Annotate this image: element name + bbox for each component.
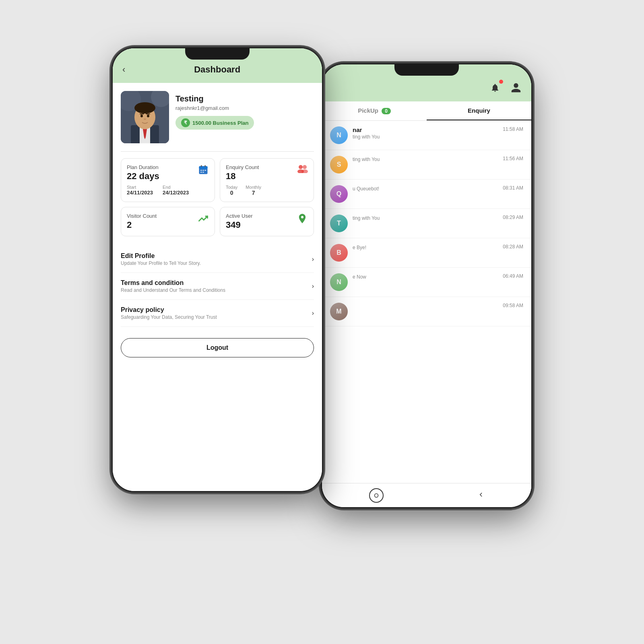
back-button[interactable]: ‹	[122, 64, 125, 75]
home-nav-button[interactable]	[369, 488, 384, 503]
visitor-count-card: Visitor Count 2	[121, 207, 215, 236]
enquiry-count-value: 18	[226, 171, 259, 182]
start-date-item: Start 24/11/2023	[127, 185, 153, 196]
stats-grid: Plan Duration 22 days	[113, 152, 322, 243]
svg-rect-18	[200, 170, 202, 171]
privacy-desc: Safeguarding Your Data, Securing Your Tr…	[121, 314, 217, 320]
chat-item-3[interactable]: T ting with You 08:29 AM	[322, 209, 531, 238]
plan-dates: Start 24/11/2023 End 24/12/2023	[127, 185, 209, 196]
plan-label: 1500.00 Business Plan	[192, 120, 248, 126]
notification-badge	[499, 80, 503, 84]
chat-info-3: ting with You	[353, 215, 498, 221]
chat-info-0: nar ting with You	[353, 126, 498, 140]
trending-icon	[198, 213, 209, 226]
notification-bell-button[interactable]	[488, 80, 502, 95]
svg-rect-17	[205, 165, 206, 167]
chat-preview-2: u Queuebot!	[353, 186, 498, 192]
edit-profile-desc: Update Your Profile to Tell Your Story.	[121, 260, 201, 266]
svg-rect-16	[201, 165, 202, 167]
privacy-title: Privacy policy	[121, 306, 217, 314]
people-icon	[297, 164, 308, 175]
tab-enquiry[interactable]: Enquiry	[427, 101, 531, 120]
menu-item-privacy[interactable]: Privacy policy Safeguarding Your Data, S…	[121, 300, 314, 327]
svg-point-23	[299, 165, 303, 169]
chevron-right-privacy: ›	[312, 310, 314, 317]
svg-rect-11	[140, 114, 144, 114]
chat-item-6[interactable]: M 09:58 AM	[322, 297, 531, 326]
end-date: 24/12/2023	[163, 190, 189, 196]
start-date: 24/11/2023	[127, 190, 153, 196]
chat-name-0: nar	[353, 126, 498, 133]
visitor-count-label: Visitor Count	[127, 213, 157, 219]
chat-info-4: e Bye!	[353, 244, 498, 250]
profile-section: Testing rajeshnkr1@gmail.com ₹ 1500.00 B…	[113, 83, 322, 151]
svg-rect-20	[205, 170, 206, 171]
rupee-icon: ₹	[181, 118, 190, 127]
end-label: End	[163, 185, 189, 190]
chat-item-2[interactable]: Q u Queuebot! 08:31 AM	[322, 180, 531, 209]
pickup-badge: 0	[382, 108, 391, 114]
svg-point-27	[301, 216, 303, 219]
bottom-nav	[322, 483, 531, 507]
profile-name: Testing	[175, 94, 314, 103]
chat-preview-3: ting with You	[353, 215, 498, 221]
plan-duration-label: Plan Duration	[127, 164, 159, 170]
end-date-item: End 24/12/2023	[163, 185, 189, 196]
terms-desc: Read and Understand Our Terms and Condit…	[121, 287, 225, 293]
dashboard-phone: ‹ Dashboard	[113, 48, 322, 491]
chat-item-0[interactable]: N nar ting with You 11:58 AM	[322, 121, 531, 150]
terms-title: Terms and condition	[121, 279, 225, 287]
menu-item-terms[interactable]: Terms and condition Read and Understand …	[121, 273, 314, 300]
profile-info: Testing rajeshnkr1@gmail.com ₹ 1500.00 B…	[175, 91, 314, 130]
monthly-label: Monthly	[246, 185, 261, 190]
svg-point-0	[374, 493, 378, 497]
back-nav-button[interactable]	[477, 491, 485, 500]
edit-profile-title: Edit Profile	[121, 252, 201, 260]
dashboard-title: Dashboard	[130, 64, 304, 75]
chat-time-6: 09:58 AM	[503, 303, 523, 308]
active-user-card: Active User 349	[220, 207, 314, 236]
today-item: Today 0	[226, 185, 237, 196]
location-pin-icon	[297, 213, 308, 226]
plan-duration-card: Plan Duration 22 days	[121, 158, 215, 202]
chat-preview-1: ting with You	[353, 157, 498, 162]
enquiry-phone: PickUp 0 Enquiry N nar ting with You 11:…	[322, 64, 531, 507]
active-user-value: 349	[226, 220, 252, 230]
chat-avatar-4: B	[330, 244, 348, 262]
tab-pickup[interactable]: PickUp 0	[322, 101, 427, 120]
chat-info-1: ting with You	[353, 156, 498, 162]
monthly-value: 7	[246, 190, 261, 196]
profile-icon-button[interactable]	[509, 80, 523, 95]
plan-badge: ₹ 1500.00 Business Plan	[175, 116, 254, 130]
calendar-icon	[198, 164, 209, 177]
svg-point-8	[134, 102, 155, 114]
chat-time-5: 06:49 AM	[503, 273, 523, 279]
chat-item-5[interactable]: N e Now 06:49 AM	[322, 268, 531, 297]
svg-point-9	[140, 115, 143, 118]
logout-button[interactable]: Logout	[121, 338, 314, 357]
chat-avatar-3: T	[330, 215, 348, 232]
chat-item-4[interactable]: B e Bye! 08:28 AM	[322, 238, 531, 268]
chat-avatar-5: N	[330, 273, 348, 291]
profile-email: rajeshnkr1@gmail.com	[175, 105, 314, 111]
dashboard-screen: ‹ Dashboard	[113, 48, 322, 491]
svg-rect-22	[202, 172, 204, 173]
chevron-right-edit-profile: ›	[312, 256, 314, 263]
chat-avatar-1: S	[330, 156, 348, 173]
today-value: 0	[226, 190, 237, 196]
svg-rect-19	[202, 170, 204, 171]
chat-avatar-0: N	[330, 126, 348, 144]
chat-time-0: 11:58 AM	[503, 126, 523, 132]
chat-avatar-2: Q	[330, 185, 348, 203]
chat-info-6	[353, 303, 498, 303]
chat-item-1[interactable]: S ting with You 11:56 AM	[322, 150, 531, 180]
chat-preview-4: e Bye!	[353, 245, 498, 250]
monthly-item: Monthly 7	[246, 185, 261, 196]
today-label: Today	[226, 185, 237, 190]
svg-point-13	[144, 118, 146, 120]
plan-duration-value: 22 days	[127, 171, 159, 182]
svg-rect-15	[199, 166, 208, 169]
visitor-count-value: 2	[127, 220, 157, 230]
menu-item-edit-profile[interactable]: Edit Profile Update Your Profile to Tell…	[121, 246, 314, 273]
chat-info-5: e Now	[353, 273, 498, 280]
